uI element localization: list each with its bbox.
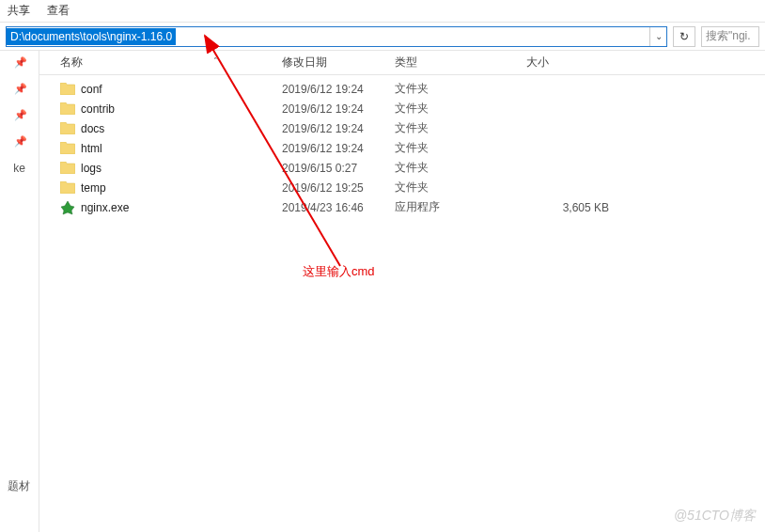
folder-icon [60, 142, 75, 154]
refresh-icon: ↻ [679, 30, 689, 43]
column-header-date[interactable]: 修改日期 [282, 55, 395, 70]
file-date-cell: 2019/4/23 16:46 [282, 201, 395, 214]
address-bar[interactable]: D:\documents\tools\nginx-1.16.0 ⌄ [6, 26, 667, 47]
pin-icon[interactable]: 📌 [14, 109, 25, 120]
annotation-text: 这里输入cmd [303, 263, 375, 280]
file-row[interactable]: html2019/6/12 19:24文件夹 [39, 138, 765, 158]
file-type-cell: 文件夹 [395, 180, 526, 196]
column-headers: 名称 ˄ 修改日期 类型 大小 [39, 51, 765, 75]
sidebar-label: ke [13, 162, 25, 175]
search-placeholder: 搜索"ngi. [706, 28, 751, 44]
file-name-cell: html [39, 142, 282, 155]
exe-icon [60, 200, 75, 215]
svg-marker-0 [61, 201, 74, 214]
file-date-cell: 2019/6/12 19:24 [282, 83, 395, 96]
file-date-cell: 2019/6/12 19:25 [282, 181, 395, 195]
file-name-cell: contrib [39, 102, 282, 116]
folder-icon [60, 102, 75, 115]
search-input[interactable]: 搜索"ngi. [701, 26, 759, 47]
file-type-cell: 文件夹 [395, 81, 526, 97]
main-area: 📌 📌 📌 📌 ke 题材 名称 ˄ 修改日期 类型 大小 conf2019/6… [0, 51, 765, 532]
file-date-cell: 2019/6/12 19:24 [282, 122, 395, 135]
chevron-down-icon[interactable]: ⌄ [649, 27, 666, 46]
sort-indicator-icon: ˄ [213, 56, 218, 66]
file-type-cell: 文件夹 [395, 140, 526, 156]
pin-icon[interactable]: 📌 [14, 135, 25, 147]
file-date-cell: 2019/6/15 0:27 [282, 162, 395, 175]
file-name-label: docs [81, 122, 104, 135]
file-row[interactable]: logs2019/6/15 0:27文件夹 [39, 158, 765, 178]
file-name-cell: nginx.exe [39, 200, 282, 215]
sidebar-label: 题材 [8, 478, 30, 494]
file-name-label: logs [81, 162, 101, 175]
folder-icon [60, 162, 75, 174]
file-row[interactable]: nginx.exe2019/4/23 16:46应用程序3,605 KB [39, 197, 765, 217]
address-path[interactable]: D:\documents\tools\nginx-1.16.0 [7, 28, 176, 45]
file-type-cell: 文件夹 [395, 120, 526, 136]
pin-icon[interactable]: 📌 [14, 56, 25, 68]
refresh-button[interactable]: ↻ [673, 26, 695, 47]
column-header-date-label: 修改日期 [282, 55, 327, 70]
file-name-label: contrib [81, 102, 115, 116]
file-row[interactable]: contrib2019/6/12 19:24文件夹 [39, 99, 765, 118]
file-type-cell: 文件夹 [395, 160, 526, 176]
folder-icon [60, 122, 75, 134]
file-name-label: conf [81, 83, 102, 96]
column-header-name-label: 名称 [60, 55, 83, 70]
file-row[interactable]: docs2019/6/12 19:24文件夹 [39, 118, 765, 138]
pin-icon[interactable]: 📌 [14, 83, 25, 94]
file-name-cell: temp [39, 181, 282, 195]
menu-bar: 共享 查看 [0, 0, 765, 23]
file-list-pane: 名称 ˄ 修改日期 类型 大小 conf2019/6/12 19:24文件夹co… [39, 51, 765, 532]
file-name-label: html [81, 142, 102, 155]
column-header-size[interactable]: 大小 [526, 55, 620, 70]
file-name-cell: logs [39, 162, 282, 175]
watermark: @51CTO博客 [674, 508, 756, 524]
folder-icon [60, 83, 75, 95]
file-row[interactable]: temp2019/6/12 19:25文件夹 [39, 178, 765, 197]
address-row: D:\documents\tools\nginx-1.16.0 ⌄ ↻ 搜索"n… [0, 23, 765, 51]
file-rows: conf2019/6/12 19:24文件夹contrib2019/6/12 1… [39, 75, 765, 217]
folder-icon [60, 181, 75, 194]
column-header-size-label: 大小 [526, 55, 549, 70]
column-header-type-label: 类型 [395, 55, 417, 70]
file-date-cell: 2019/6/12 19:24 [282, 102, 395, 116]
file-date-cell: 2019/6/12 19:24 [282, 142, 395, 155]
menu-share[interactable]: 共享 [8, 3, 30, 19]
file-type-cell: 应用程序 [395, 199, 526, 215]
file-row[interactable]: conf2019/6/12 19:24文件夹 [39, 79, 765, 99]
file-name-cell: docs [39, 122, 282, 135]
file-name-label: temp [81, 181, 106, 195]
menu-view[interactable]: 查看 [47, 3, 70, 19]
column-header-name[interactable]: 名称 [39, 55, 282, 70]
column-header-type[interactable]: 类型 [395, 55, 526, 70]
file-size-cell: 3,605 KB [526, 201, 620, 214]
file-name-cell: conf [39, 83, 282, 96]
file-name-label: nginx.exe [81, 201, 129, 214]
sidebar: 📌 📌 📌 📌 ke 题材 [0, 51, 39, 532]
file-type-cell: 文件夹 [395, 101, 526, 117]
